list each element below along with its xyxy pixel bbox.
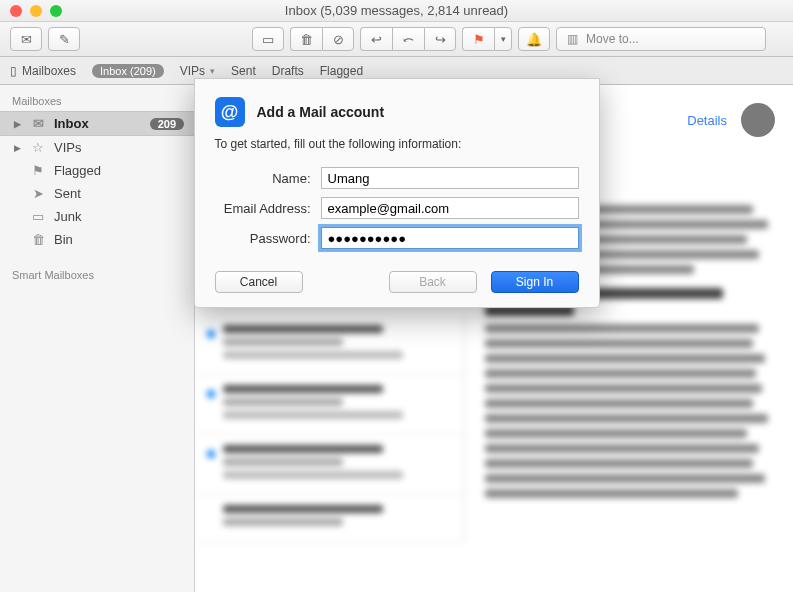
favbar-flagged-label: Flagged	[320, 64, 363, 78]
modal-overlay: @ Add a Mail account To get started, fil…	[0, 85, 793, 592]
compose-icon: ✎	[59, 32, 70, 47]
favbar-vips[interactable]: VIPs ▾	[180, 64, 215, 78]
reply-all-icon: ⤺	[403, 32, 414, 47]
move-to-select[interactable]: ▥ Move to...	[556, 27, 766, 51]
favbar-inbox-pill[interactable]: Inbox (209)	[92, 64, 164, 78]
name-input[interactable]	[321, 167, 579, 189]
email-label: Email Address:	[215, 201, 321, 216]
favbar-vips-label: VIPs	[180, 64, 205, 78]
flag-icon: ⚑	[473, 32, 485, 47]
flag-menu-button[interactable]: ▾	[494, 27, 512, 51]
chevron-down-icon: ▾	[210, 66, 215, 76]
junk-icon: ⊘	[333, 32, 344, 47]
at-sign-icon: @	[215, 97, 245, 127]
reply-icon: ↩	[371, 32, 382, 47]
favbar-sent-label: Sent	[231, 64, 256, 78]
get-mail-button[interactable]: ✉︎	[10, 27, 42, 51]
archive-icon: ▭	[262, 32, 274, 47]
back-button[interactable]: Back	[389, 271, 477, 293]
password-input[interactable]	[321, 227, 579, 249]
window-title: Inbox (5,039 messages, 2,814 unread)	[0, 3, 793, 18]
favbar-mailboxes[interactable]: ▯ Mailboxes	[10, 64, 76, 78]
move-to-label: Move to...	[586, 32, 639, 46]
favbar-mailboxes-label: Mailboxes	[22, 64, 76, 78]
forward-icon: ↪	[435, 32, 446, 47]
flag-button[interactable]: ⚑	[462, 27, 494, 51]
toolbar: ✉︎ ✎ ▭ 🗑 ⊘ ↩ ⤺ ↪ ⚑ ▾ 🔔 ▥ Move to...	[0, 22, 793, 57]
trash-icon: 🗑	[300, 32, 313, 47]
favbar-drafts[interactable]: Drafts	[272, 64, 304, 78]
dialog-subtitle: To get started, fill out the following i…	[215, 137, 579, 151]
chevron-down-icon: ▾	[501, 34, 506, 44]
sidebar-toggle-icon: ▯	[10, 64, 17, 78]
name-label: Name:	[215, 171, 321, 186]
reply-all-button[interactable]: ⤺	[392, 27, 424, 51]
delete-button[interactable]: 🗑	[290, 27, 322, 51]
cancel-button[interactable]: Cancel	[215, 271, 303, 293]
flag-group: ⚑ ▾	[462, 27, 512, 51]
reply-button[interactable]: ↩	[360, 27, 392, 51]
add-mail-account-dialog: @ Add a Mail account To get started, fil…	[194, 78, 600, 308]
archive-button[interactable]: ▭	[252, 27, 284, 51]
forward-button[interactable]: ↪	[424, 27, 456, 51]
email-input[interactable]	[321, 197, 579, 219]
reply-group: ↩ ⤺ ↪	[360, 27, 456, 51]
favbar-drafts-label: Drafts	[272, 64, 304, 78]
window-titlebar: Inbox (5,039 messages, 2,814 unread)	[0, 0, 793, 22]
junk-button[interactable]: ⊘	[322, 27, 354, 51]
dialog-title: Add a Mail account	[257, 104, 385, 120]
sign-in-button[interactable]: Sign In	[491, 271, 579, 293]
folder-icon: ▥	[567, 32, 578, 46]
favbar-sent[interactable]: Sent	[231, 64, 256, 78]
favbar-flagged[interactable]: Flagged	[320, 64, 363, 78]
bell-icon: 🔔	[526, 32, 542, 47]
envelope-icon: ✉︎	[21, 32, 32, 47]
mute-button[interactable]: 🔔	[518, 27, 550, 51]
delete-group: 🗑 ⊘	[290, 27, 354, 51]
compose-button[interactable]: ✎	[48, 27, 80, 51]
password-label: Password:	[215, 231, 321, 246]
